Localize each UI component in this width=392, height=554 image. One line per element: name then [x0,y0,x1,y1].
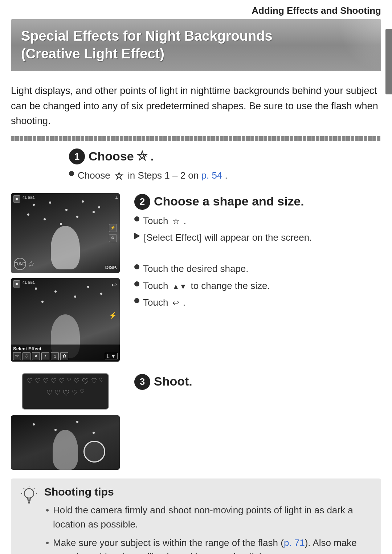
step-1-heading: 1 Choose . [69,148,381,164]
intro-paragraph: Light displays, and other points of ligh… [11,83,381,129]
shoot-image-container: ♡ ♡ ♡ ♡ ♡ ♡ ♡ ♡ ♡ ♡ ♡ ♡ ♡ [11,373,120,468]
svg-point-1 [141,155,144,158]
step-1-number: 1 [69,148,85,164]
step-3-heading: 3 Shoot. [134,373,381,390]
shoot-hearts: ♡ ♡ ♡ ♡ ♡ ♡ ♡ ♡ ♡ ♡ ♡ ♡ ♡ [23,374,108,401]
cam-disp-button[interactable]: DISP. [105,265,117,270]
effect-x-icon[interactable]: ✕ [32,352,40,360]
size-label: L ▼ [105,353,118,359]
svg-line-10 [34,488,34,489]
step-2-bullet-1: Touch ☆ . [134,213,381,228]
camera-image-1: ■ 4L 551 4 FUNC ☆ DISP. ⚡ [11,193,120,273]
svg-marker-4 [115,172,123,179]
step-2-bullet-3: Touch the desired shape. [134,261,381,276]
camera-screen-1: ■ 4L 551 4 FUNC ☆ DISP. ⚡ [11,193,120,273]
shoot-circle-overlay [83,441,105,463]
cam-person-1 [51,226,80,269]
step-2-images: ■ 4L 551 4 FUNC ☆ DISP. ⚡ [11,193,127,367]
step-2-row: ■ 4L 551 4 FUNC ☆ DISP. ⚡ [11,193,381,367]
step-2-bullet-2: [Select Effect] will appear on the scree… [134,230,381,245]
svg-point-6 [24,489,34,498]
cam-ui-top-1: ■ 4L 551 [13,195,35,203]
step-1-body: Choose in Steps 1 – 2 on p. 54 . [69,168,381,183]
step-3-row: ♡ ♡ ♡ ♡ ♡ ♡ ♡ ♡ ♡ ♡ ♡ ♡ ♡ [11,373,381,468]
up-down-arrow-icon: ▲▼ [172,282,187,290]
cam-func-button[interactable]: FUNC [14,258,26,270]
effect-music-icon[interactable]: ♪ [41,352,49,360]
camera-image-2: ■ 4L 551 ↩ ⚡ Select Effect ☆ ♡ [11,278,120,362]
bullet-dot-2-4 [134,281,139,286]
tips-item-2: Make sure your subject is within the ran… [44,536,372,554]
svg-point-5 [118,175,120,177]
cam-ui-top-2: ■ 4L 551 [13,280,35,288]
star-settings-icon [136,150,148,162]
step-1-bullet-1: Choose in Steps 1 – 2 on p. 54 . [69,168,381,183]
effect-star-icon[interactable]: ☆ [13,352,21,360]
step-1-row: 1 Choose . [11,148,381,185]
bullet-dot-2-3 [134,264,139,269]
page-header: Adding Effects and Shooting [0,0,392,19]
header-section-title: Adding Effects and Shooting [252,5,381,16]
shoot-top-panel: ♡ ♡ ♡ ♡ ♡ ♡ ♡ ♡ ♡ ♡ ♡ ♡ ♡ [22,373,109,410]
cam-battery-icon-2: ■ [13,280,20,288]
page-title-line1: Special Effects for Night Backgrounds [21,27,371,45]
select-effect-bar: Select Effect ☆ ♡ ✕ ♪ ⌂ ✿ L ▼ [11,345,120,362]
zigzag-divider [11,136,381,141]
svg-line-12 [24,488,24,489]
cam-label-1: 4 [115,195,118,200]
cam-settings-icon: ⚙ [109,234,117,242]
page-title-line2: (Creative Light Effect) [21,45,371,63]
bullet-dot-2-1 [134,216,139,221]
star-outline-icon: ☆ [172,217,180,226]
svg-point-14 [28,501,30,504]
effect-flower-icon[interactable]: ✿ [60,352,68,360]
step-2-content: 2 Choose a shape and size. Touch ☆ . [127,193,381,312]
tips-content: Shooting tips Hold the camera firmly and… [44,486,372,554]
tips-list: Hold the camera firmly and shoot non-mov… [44,503,372,554]
step-2-number: 2 [134,194,150,210]
step-2-bullet-5: Touch ↩ . [134,295,381,310]
tips-box: Shooting tips Hold the camera firmly and… [11,478,381,554]
step-2-bullet-4: Touch ▲▼ to change the size. [134,278,381,293]
step-2-heading: 2 Choose a shape and size. [134,193,381,210]
step-3-images: ♡ ♡ ♡ ♡ ♡ ♡ ♡ ♡ ♡ ♡ ♡ ♡ ♡ [11,373,127,468]
right-accent-bar [385,29,392,94]
lightbulb-icon [20,486,38,505]
tips-item-1: Hold the camera firmly and shoot non-mov… [44,503,372,531]
effect-home-icon[interactable]: ⌂ [51,352,59,360]
bullet-dot-icon [69,171,74,176]
star-settings-icon-inline [114,171,124,181]
return-icon: ↩ [172,298,179,307]
section-title-box: Special Effects for Night Backgrounds (C… [11,19,381,71]
select-effect-icons: ☆ ♡ ✕ ♪ ⌂ ✿ L ▼ [13,352,118,360]
shoot-person [53,430,78,470]
shoot-bottom-photo [11,415,120,470]
steps-container: 1 Choose . [11,148,381,467]
step-2-body: Touch ☆ . [Select Effect] will appear on… [134,213,381,310]
step-3-number: 3 [134,374,150,390]
camera-screen-2: ■ 4L 551 ↩ ⚡ Select Effect ☆ ♡ [11,278,120,362]
tips-heading: Shooting tips [44,486,372,498]
arrow-icon [134,233,140,239]
bullet-dot-2-5 [134,298,139,303]
cam-battery-icon: ■ [13,195,20,203]
step-3-content: 3 Shoot. [127,373,381,394]
cam-side-icons-1: ⚡ ⚙ [109,224,117,242]
p54-link[interactable]: p. 54 [201,170,222,181]
select-effect-label: Select Effect [13,346,118,351]
cam-flash-icon: ⚡ [109,224,117,232]
effect-heart-icon[interactable]: ♡ [23,352,30,360]
p71-link[interactable]: p. 71 [284,537,305,548]
